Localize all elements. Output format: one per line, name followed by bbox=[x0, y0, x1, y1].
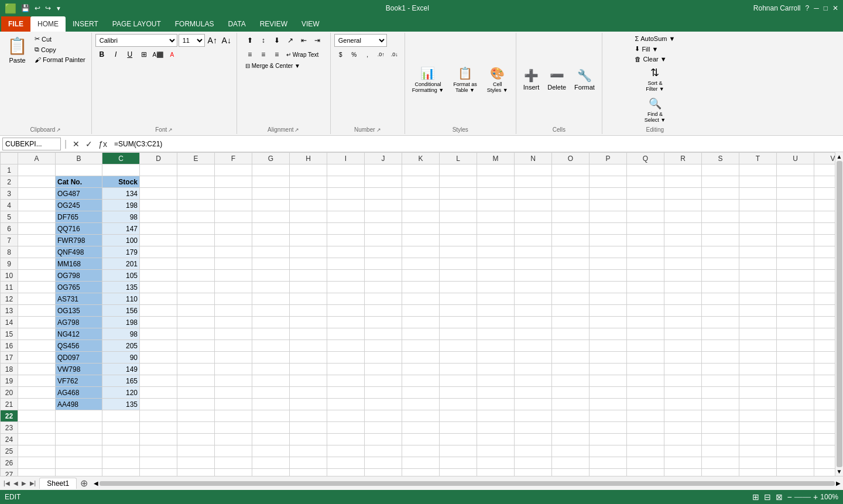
cell-G17[interactable] bbox=[252, 352, 290, 364]
cell-L10[interactable] bbox=[440, 270, 477, 282]
cell-H20[interactable] bbox=[290, 387, 327, 399]
cell-Q19[interactable] bbox=[627, 375, 664, 387]
cell-O15[interactable] bbox=[552, 328, 590, 340]
font-increase-btn[interactable]: A↑ bbox=[206, 34, 219, 47]
cell-C8[interactable]: 179 bbox=[102, 246, 140, 258]
paste-button[interactable]: 📋 Paste bbox=[4, 34, 31, 66]
cell-J27[interactable] bbox=[365, 469, 402, 476]
cell-A21[interactable] bbox=[18, 399, 56, 410]
cell-U24[interactable] bbox=[777, 434, 814, 445]
cell-E27[interactable] bbox=[177, 469, 215, 476]
cell-D22[interactable] bbox=[140, 410, 177, 422]
cell-A25[interactable] bbox=[18, 445, 56, 457]
cell-J14[interactable] bbox=[365, 317, 402, 328]
cell-M22[interactable] bbox=[477, 410, 515, 422]
cell-A15[interactable] bbox=[18, 328, 56, 340]
format-button[interactable]: 🔧 Format bbox=[571, 66, 598, 93]
cell-H24[interactable] bbox=[290, 434, 327, 445]
cell-M4[interactable] bbox=[477, 200, 515, 211]
cell-N7[interactable] bbox=[515, 235, 552, 246]
cell-F20[interactable] bbox=[215, 387, 252, 399]
cell-T22[interactable] bbox=[739, 410, 777, 422]
cell-J26[interactable] bbox=[365, 457, 402, 469]
cell-O17[interactable] bbox=[552, 352, 590, 364]
cell-H23[interactable] bbox=[290, 422, 327, 434]
sheet-nav-first[interactable]: |◀ bbox=[2, 480, 11, 486]
tab-page-layout[interactable]: PAGE LAYOUT bbox=[105, 16, 168, 32]
cell-H4[interactable] bbox=[290, 200, 327, 211]
cell-S14[interactable] bbox=[702, 317, 739, 328]
cell-M5[interactable] bbox=[477, 211, 515, 223]
cell-F22[interactable] bbox=[215, 410, 252, 422]
cell-S25[interactable] bbox=[702, 445, 739, 457]
cell-M23[interactable] bbox=[477, 422, 515, 434]
cell-C3[interactable]: 134 bbox=[102, 188, 140, 200]
cell-K9[interactable] bbox=[402, 258, 440, 270]
cell-S24[interactable] bbox=[702, 434, 739, 445]
cell-G3[interactable] bbox=[252, 188, 290, 200]
cell-T21[interactable] bbox=[739, 399, 777, 410]
cell-G11[interactable] bbox=[252, 282, 290, 293]
row-header-27[interactable]: 27 bbox=[1, 469, 18, 476]
cell-S7[interactable] bbox=[702, 235, 739, 246]
cell-A2[interactable] bbox=[18, 176, 56, 188]
cell-K6[interactable] bbox=[402, 223, 440, 235]
cell-C18[interactable]: 149 bbox=[102, 364, 140, 375]
cell-D10[interactable] bbox=[140, 270, 177, 282]
cell-O20[interactable] bbox=[552, 387, 590, 399]
cell-U3[interactable] bbox=[777, 188, 814, 200]
cell-U26[interactable] bbox=[777, 457, 814, 469]
row-header-11[interactable]: 11 bbox=[1, 282, 18, 293]
row-header-18[interactable]: 18 bbox=[1, 364, 18, 375]
cell-B27[interactable] bbox=[56, 469, 102, 476]
cell-B14[interactable]: AG798 bbox=[56, 317, 102, 328]
cell-B9[interactable]: MM168 bbox=[56, 258, 102, 270]
cell-T27[interactable] bbox=[739, 469, 777, 476]
cell-S20[interactable] bbox=[702, 387, 739, 399]
cell-T3[interactable] bbox=[739, 188, 777, 200]
row-header-25[interactable]: 25 bbox=[1, 445, 18, 457]
cell-D24[interactable] bbox=[140, 434, 177, 445]
cell-O6[interactable] bbox=[552, 223, 590, 235]
copy-button[interactable]: ⧉ Copy bbox=[32, 44, 88, 54]
cell-F9[interactable] bbox=[215, 258, 252, 270]
font-name-select[interactable]: Calibri bbox=[95, 34, 177, 47]
cell-E10[interactable] bbox=[177, 270, 215, 282]
cell-G8[interactable] bbox=[252, 246, 290, 258]
cell-K27[interactable] bbox=[402, 469, 440, 476]
cell-R18[interactable] bbox=[664, 364, 702, 375]
cell-E17[interactable] bbox=[177, 352, 215, 364]
cell-Q11[interactable] bbox=[627, 282, 664, 293]
cell-D14[interactable] bbox=[140, 317, 177, 328]
cell-I20[interactable] bbox=[327, 387, 365, 399]
cell-D12[interactable] bbox=[140, 293, 177, 305]
cell-B23[interactable] bbox=[56, 422, 102, 434]
cell-U15[interactable] bbox=[777, 328, 814, 340]
normal-view-btn[interactable]: ⊞ bbox=[752, 492, 759, 502]
cell-U2[interactable] bbox=[777, 176, 814, 188]
cell-E14[interactable] bbox=[177, 317, 215, 328]
cell-U14[interactable] bbox=[777, 317, 814, 328]
page-break-view-btn[interactable]: ⊠ bbox=[776, 492, 783, 502]
cell-Q6[interactable] bbox=[627, 223, 664, 235]
cell-A17[interactable] bbox=[18, 352, 56, 364]
align-middle-btn[interactable]: ↕ bbox=[257, 34, 270, 47]
cell-R15[interactable] bbox=[664, 328, 702, 340]
row-header-8[interactable]: 8 bbox=[1, 246, 18, 258]
cell-O8[interactable] bbox=[552, 246, 590, 258]
cell-T25[interactable] bbox=[739, 445, 777, 457]
cell-F27[interactable] bbox=[215, 469, 252, 476]
cell-P24[interactable] bbox=[590, 434, 627, 445]
cell-J5[interactable] bbox=[365, 211, 402, 223]
cell-V12[interactable] bbox=[814, 293, 835, 305]
scroll-left-btn[interactable]: ◀ bbox=[94, 480, 98, 486]
italic-button[interactable]: I bbox=[109, 48, 122, 61]
cell-P8[interactable] bbox=[590, 246, 627, 258]
cell-O25[interactable] bbox=[552, 445, 590, 457]
col-header-l[interactable]: L bbox=[440, 153, 477, 164]
cell-K14[interactable] bbox=[402, 317, 440, 328]
cell-S5[interactable] bbox=[702, 211, 739, 223]
cell-E4[interactable] bbox=[177, 200, 215, 211]
cell-G9[interactable] bbox=[252, 258, 290, 270]
row-header-7[interactable]: 7 bbox=[1, 235, 18, 246]
